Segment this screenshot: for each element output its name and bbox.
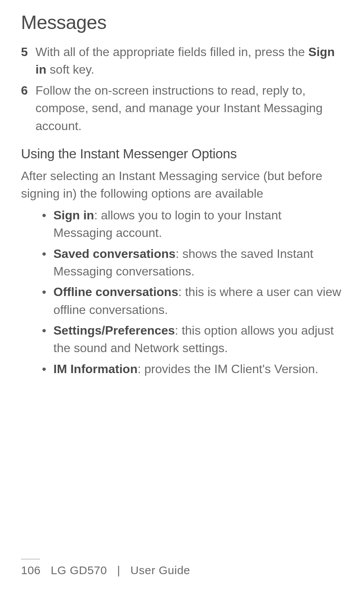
option-term: Offline conversations [53, 285, 178, 299]
page-footer: 106 LG GD570 | User Guide [0, 559, 364, 577]
step-number: 6 [21, 82, 35, 135]
footer-divider [21, 559, 40, 559]
option-term: Sign in [53, 208, 94, 222]
product-name: LG GD570 [51, 564, 107, 576]
page-title: Messages [21, 11, 343, 34]
option-item: Offline conversations: this is where a u… [42, 283, 343, 319]
option-item: Saved conversations: shows the saved Ins… [42, 245, 343, 280]
steps-list: 5With all of the appropriate fields fill… [21, 43, 343, 135]
page-number: 106 [21, 564, 41, 576]
body-text: Follow the on-screen instructions to rea… [35, 84, 322, 133]
option-desc: : provides the IM Client's Version. [137, 362, 318, 376]
option-term: Settings/Preferences [53, 324, 175, 337]
option-item: Sign in: allows you to login to your Ins… [42, 206, 343, 242]
option-item: IM Information: provides the IM Client's… [42, 360, 343, 378]
step-number: 5 [21, 43, 35, 79]
intro-paragraph: After selecting an Instant Messaging ser… [21, 167, 343, 203]
step-content: Follow the on-screen instructions to rea… [35, 82, 343, 135]
step-item: 5With all of the appropriate fields fill… [21, 43, 343, 79]
footer-separator: | [117, 564, 120, 576]
option-item: Settings/Preferences: this option allows… [42, 322, 343, 357]
subheading: Using the Instant Messenger Options [21, 146, 343, 161]
options-list: Sign in: allows you to login to your Ins… [21, 206, 343, 378]
doc-type: User Guide [130, 564, 190, 576]
footer-text: 106 LG GD570 | User Guide [21, 564, 343, 577]
body-text: With all of the appropriate fields fille… [35, 45, 308, 59]
option-term: Saved conversations [53, 247, 176, 261]
body-text: soft key. [46, 63, 94, 76]
option-term: IM Information [53, 362, 137, 376]
step-content: With all of the appropriate fields fille… [35, 43, 343, 79]
step-item: 6Follow the on-screen instructions to re… [21, 82, 343, 135]
